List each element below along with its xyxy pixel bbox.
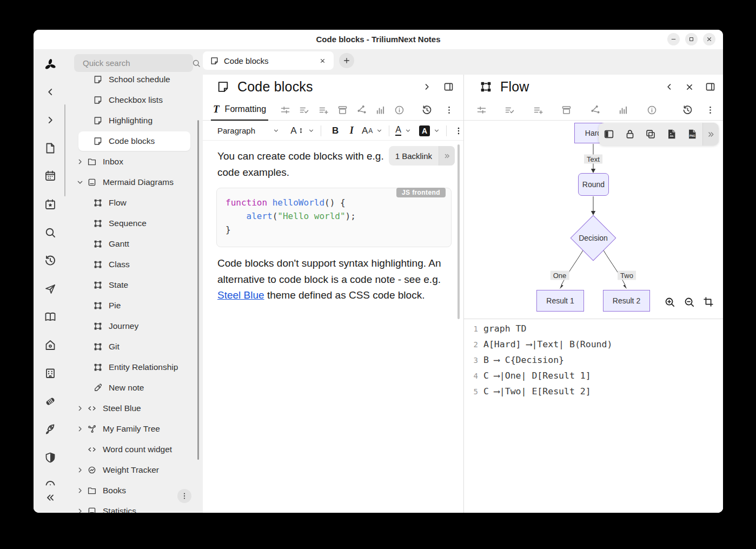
tree-item-inbox[interactable]: Inbox bbox=[67, 151, 203, 172]
collapse-panel-button[interactable] bbox=[420, 80, 434, 94]
tree-item-class[interactable]: Class bbox=[67, 254, 203, 275]
flow-node-result-2[interactable]: Result 2 bbox=[603, 290, 650, 312]
zoom-out-button[interactable] bbox=[682, 295, 696, 309]
flow-node-decision[interactable]: Decision bbox=[571, 215, 616, 261]
mermaid-source-editor[interactable]: 1graph TD 2A[Hard] ⟶|Text| B(Round) 3B ⟶… bbox=[464, 320, 723, 513]
tree-item-steel-blue[interactable]: Steel Blue bbox=[67, 398, 203, 419]
tree-item-mermaid-diagrams[interactable]: Mermaid Diagrams bbox=[67, 172, 203, 193]
note-revisions-button[interactable] bbox=[417, 101, 436, 119]
quick-search-input[interactable] bbox=[82, 58, 191, 68]
tree-item-pie[interactable]: Pie bbox=[67, 295, 203, 316]
tree-item-journey[interactable]: Journey bbox=[67, 316, 203, 336]
ribbon-inherited-attributes-button[interactable] bbox=[529, 101, 547, 119]
launcher-recent-changes-button[interactable] bbox=[43, 254, 57, 268]
export-png-button[interactable]: PNG bbox=[682, 123, 702, 145]
launcher-home-button[interactable] bbox=[43, 338, 57, 352]
tree-scrollbar[interactable] bbox=[197, 120, 199, 460]
close-tab-button[interactable] bbox=[316, 55, 328, 67]
ribbon-inherited-attributes-button[interactable] bbox=[314, 101, 333, 119]
launcher-scrollbar[interactable] bbox=[64, 104, 65, 196]
ribbon-note-paths-button[interactable] bbox=[333, 101, 352, 119]
flow-node-result-1[interactable]: Result 1 bbox=[536, 290, 584, 312]
collapse-launcher-button[interactable] bbox=[43, 491, 57, 505]
backlink-widget[interactable]: 1 Backlink bbox=[389, 146, 455, 166]
bold-button[interactable]: B bbox=[327, 125, 343, 136]
ribbon-note-info-button[interactable] bbox=[390, 101, 408, 119]
close-window-button[interactable] bbox=[703, 33, 715, 45]
tree-item-new-note[interactable]: New note bbox=[67, 378, 203, 398]
mermaid-diagram[interactable]: Hard Round Decision Result 1 Result 2 Te… bbox=[464, 121, 723, 319]
launcher-shield-button[interactable] bbox=[43, 451, 57, 465]
ribbon-note-map-button[interactable] bbox=[352, 101, 370, 119]
italic-button[interactable]: I bbox=[344, 125, 360, 136]
font-size-dropdown[interactable]: A bbox=[290, 125, 314, 136]
tab-code-blocks[interactable]: Code blocks bbox=[203, 51, 334, 70]
launcher-send-button[interactable] bbox=[43, 282, 57, 296]
close-split-button[interactable] bbox=[682, 80, 697, 94]
steel-blue-link[interactable]: Steel Blue bbox=[217, 289, 264, 301]
ribbon-note-info-button[interactable] bbox=[642, 101, 661, 119]
new-tab-button[interactable] bbox=[339, 53, 354, 68]
ribbon-similar-notes-button[interactable] bbox=[371, 101, 389, 119]
expand-chevron-icon[interactable] bbox=[75, 466, 85, 474]
expand-chevron-icon[interactable] bbox=[75, 404, 85, 413]
tree-item-highlighting[interactable]: Highlighting bbox=[67, 110, 203, 131]
launcher-clipped-button[interactable] bbox=[43, 477, 57, 491]
note-revisions-button[interactable] bbox=[678, 101, 697, 119]
minimize-button[interactable] bbox=[667, 33, 680, 45]
ribbon-note-map-button[interactable] bbox=[586, 101, 604, 119]
tree-item-gantt[interactable]: Gantt bbox=[67, 234, 203, 254]
background-color-dropdown[interactable]: A bbox=[419, 125, 440, 136]
crop-button[interactable] bbox=[701, 295, 715, 309]
tab-formatting[interactable]: TFormatting bbox=[211, 99, 268, 121]
zoom-in-button[interactable] bbox=[662, 295, 677, 309]
tree-item-git[interactable]: Git bbox=[67, 336, 203, 357]
ribbon-basic-properties-button[interactable] bbox=[472, 101, 490, 119]
launcher-food-button[interactable] bbox=[43, 394, 57, 408]
history-forward-button[interactable] bbox=[43, 113, 57, 127]
tree-item-checkbox-lists[interactable]: Checkbox lists bbox=[67, 90, 203, 110]
paragraph-style-dropdown[interactable]: Paragraph bbox=[217, 126, 280, 135]
tree-more-button[interactable] bbox=[177, 489, 191, 503]
maximize-button[interactable] bbox=[685, 33, 698, 45]
split-view-button[interactable] bbox=[703, 80, 718, 94]
tree-item-weight-tracker[interactable]: Weight Tracker bbox=[67, 460, 203, 480]
expand-chevron-icon[interactable] bbox=[75, 157, 85, 166]
ribbon-basic-properties-button[interactable] bbox=[276, 101, 294, 119]
title-bar[interactable]: Code blocks - TriliumNext Notes bbox=[34, 30, 723, 49]
expand-chevron-icon[interactable] bbox=[75, 507, 85, 513]
ribbon-owned-attributes-button[interactable] bbox=[295, 101, 313, 119]
note-actions-button[interactable] bbox=[701, 101, 719, 119]
move-panel-left-button[interactable] bbox=[662, 80, 677, 94]
tree-item-my-family-tree[interactable]: My Family Tree bbox=[67, 419, 203, 439]
export-image-button[interactable] bbox=[661, 123, 681, 145]
collapse-chevron-icon[interactable] bbox=[75, 178, 85, 187]
ribbon-owned-attributes-button[interactable] bbox=[500, 101, 519, 119]
ribbon-note-paths-button[interactable] bbox=[557, 101, 575, 119]
note-actions-button[interactable] bbox=[440, 101, 458, 119]
launcher-rocket-button[interactable] bbox=[43, 422, 57, 436]
code-block[interactable]: JS frontend function helloWorld() { aler… bbox=[216, 188, 452, 247]
tree-item-code-blocks[interactable]: Code blocks bbox=[67, 131, 203, 151]
flow-node-round[interactable]: Round bbox=[578, 173, 609, 196]
tree-item-entity-relationship[interactable]: Entity Relationship bbox=[67, 357, 203, 378]
tree-item-word-count-widget[interactable]: Word count widget bbox=[67, 439, 203, 460]
text-case-dropdown[interactable]: AA bbox=[362, 125, 383, 136]
launcher-building-button[interactable] bbox=[43, 366, 57, 380]
toolbar-overflow-button[interactable] bbox=[454, 126, 463, 136]
tree-item-school-schedule[interactable]: School schedule bbox=[67, 69, 203, 90]
tree-item-flow[interactable]: Flow bbox=[67, 193, 203, 213]
editor-scrollbar[interactable] bbox=[457, 144, 460, 319]
launcher-search-button[interactable] bbox=[43, 226, 57, 240]
tree-item-sequence[interactable]: Sequence bbox=[67, 213, 203, 234]
launcher-book-button[interactable] bbox=[43, 310, 57, 324]
lock-diagram-button[interactable] bbox=[619, 123, 640, 145]
toolbar-more-button[interactable] bbox=[702, 123, 719, 145]
ribbon-similar-notes-button[interactable] bbox=[614, 101, 632, 119]
note-editor[interactable]: You can create code blocks with e.g.code… bbox=[203, 141, 463, 513]
launcher-new-note-button[interactable] bbox=[43, 141, 57, 155]
tree-item-state[interactable]: State bbox=[67, 275, 203, 295]
expand-chevron-icon[interactable] bbox=[75, 425, 85, 433]
launcher-calendar-button[interactable] bbox=[43, 169, 57, 183]
backlink-expand-button[interactable] bbox=[439, 146, 455, 166]
